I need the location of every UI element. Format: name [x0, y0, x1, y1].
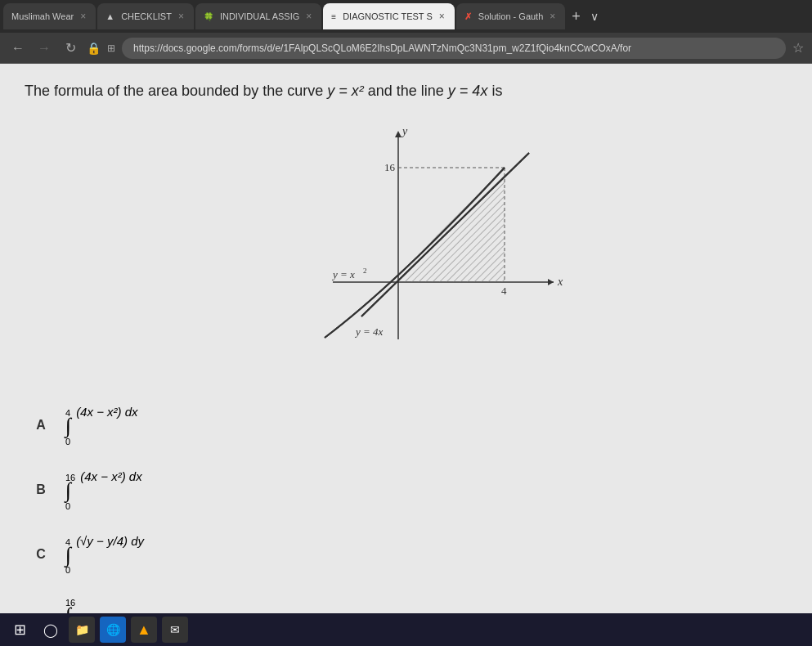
tab-close-diagnostic[interactable]: × — [437, 9, 446, 24]
answer-label-c: C — [33, 547, 49, 562]
question-text: The formula of the area bounded by the c… — [25, 80, 787, 102]
answer-row-a: A 4 ∫ 0 (4x − x²) dx — [33, 405, 779, 446]
reload-button[interactable]: ↻ — [61, 40, 80, 56]
tab-more-button[interactable]: ∨ — [587, 10, 602, 23]
tab-muslimah[interactable]: Muslimah Wear × — [3, 3, 96, 29]
tab-close-individual[interactable]: × — [304, 9, 313, 24]
answers: A 4 ∫ 0 (4x − x²) dx B 16 ∫ 0 (4x − x²) … — [25, 405, 787, 613]
tab-close-checklist[interactable]: × — [177, 9, 186, 24]
svg-marker-1 — [548, 279, 554, 285]
address-bar: ← → ↻ 🔒 ⊞ ☆ — [0, 33, 812, 64]
browser-chrome: Muslimah Wear × ▲ CHECKLIST × 🍀 INDIVIDU… — [0, 0, 812, 64]
tab-diagnostic[interactable]: ≡ DIAGNOSTIC TEST S × — [323, 3, 454, 29]
tab-individual[interactable]: 🍀 INDIVIDUAL ASSIG × — [195, 3, 321, 29]
svg-marker-3 — [395, 131, 402, 137]
svg-text:2: 2 — [363, 267, 367, 275]
graph-svg: y x 16 4 — [235, 119, 578, 380]
answer-label-a: A — [33, 418, 49, 433]
taskbar-icon-4[interactable]: ✉ — [162, 617, 188, 643]
integral-b: 16 ∫ 0 (4x − x²) dx — [65, 469, 142, 511]
taskbar-icon-1[interactable]: 📁 — [69, 617, 95, 643]
back-button[interactable]: ← — [8, 41, 28, 56]
taskbar-icon-2[interactable]: 🌐 — [100, 617, 126, 643]
answer-row-c: C 4 ∫ 0 (√y − y/4) dy — [33, 534, 779, 576]
svg-text:y: y — [401, 125, 408, 137]
page-content: The formula of the area bounded by the c… — [0, 64, 812, 613]
answer-row-d: 16 ∫ — [33, 598, 779, 613]
security-icon: 🔒 — [87, 42, 101, 55]
taskbar-windows-button[interactable]: ⊞ — [7, 617, 33, 643]
tab-close-solution[interactable]: × — [548, 9, 557, 24]
answer-row-b: B 16 ∫ 0 (4x − x²) dx — [33, 469, 779, 511]
answer-label-b: B — [33, 482, 49, 497]
bookmark-button[interactable]: ☆ — [792, 40, 804, 56]
integral-d: 16 ∫ — [65, 598, 77, 613]
tab-close-muslimah[interactable]: × — [79, 9, 87, 24]
tabs-icon: ⊞ — [107, 43, 115, 54]
integral-a: 4 ∫ 0 (4x − x²) dx — [65, 405, 138, 446]
tab-solution[interactable]: ✗ Solution - Gauth × — [456, 3, 566, 29]
new-tab-button[interactable]: + — [567, 8, 585, 25]
tab-bar: Muslimah Wear × ▲ CHECKLIST × 🍀 INDIVIDU… — [0, 0, 812, 33]
svg-text:y = x: y = x — [331, 268, 355, 280]
address-input[interactable] — [122, 38, 786, 59]
integral-c: 4 ∫ 0 (√y − y/4) dy — [65, 534, 144, 576]
graph-container: y x 16 4 — [25, 119, 787, 380]
taskbar: ⊞ ◯ 📁 🌐 ▲ ✉ — [0, 613, 812, 646]
forward-button[interactable]: → — [34, 41, 54, 56]
svg-text:16: 16 — [384, 161, 396, 173]
taskbar-icon-3[interactable]: ▲ — [131, 617, 157, 643]
svg-text:4: 4 — [501, 285, 507, 297]
tab-checklist[interactable]: ▲ CHECKLIST × — [97, 3, 194, 29]
svg-text:x: x — [557, 276, 563, 288]
svg-text:y = 4x: y = 4x — [354, 325, 384, 338]
taskbar-search-button[interactable]: ◯ — [38, 617, 64, 643]
